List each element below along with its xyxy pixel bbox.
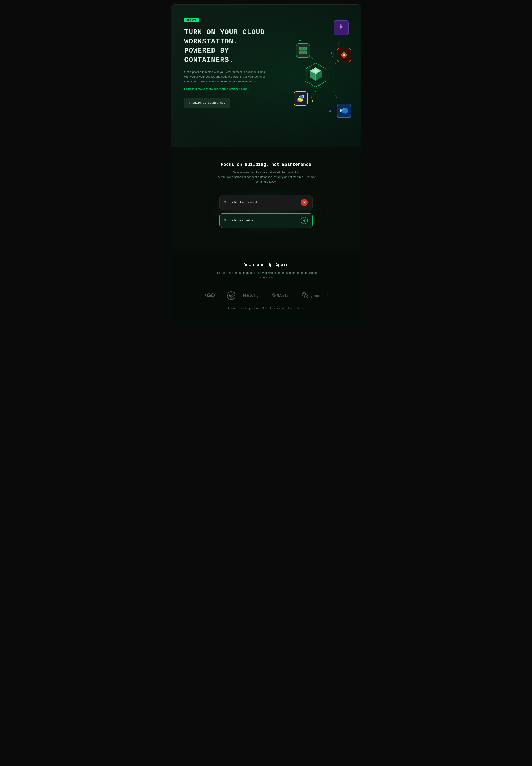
hero-command-text: build up ubuntu dev [192, 101, 225, 104]
svg-marker-45 [272, 294, 276, 297]
svg-point-49 [303, 293, 304, 294]
floating-icons-area: ε [272, 5, 361, 147]
focus-section: Focus on building, not maintenance Devel… [171, 147, 361, 249]
git-icon [337, 48, 351, 62]
cmd-up-dollar: $ [224, 219, 226, 222]
page-container: CREATE TURN ON YOUR CLOUD WORKSTATION. P… [171, 4, 361, 325]
svg-line-4 [330, 86, 341, 106]
down-up-section: Down and Up Again Build uses Docker, but… [171, 249, 361, 325]
svg-text:NEXT: NEXT [243, 293, 257, 298]
hero-description: Get a pristine machine with your environ… [184, 70, 268, 84]
cmd-down-dollar: $ [224, 201, 226, 204]
nextjs-logo: NEXT .js [243, 292, 263, 299]
svg-point-11 [345, 54, 347, 56]
svg-rect-8 [303, 51, 307, 54]
cmd-up-card: $ build up redis + [219, 213, 313, 228]
cmd-down-left: $ build down mysql [224, 201, 258, 204]
python-icon [294, 91, 308, 106]
down-up-subtitle: Build uses Docker, but manages it for yo… [213, 271, 319, 280]
dot-purple [340, 24, 342, 26]
dot-yellow [312, 100, 313, 102]
python-logo: python ™ [301, 292, 328, 299]
cmd-up-text: build up redis [228, 219, 254, 222]
svg-text:.js: .js [256, 295, 259, 298]
down-up-title: Down and Up Again [184, 263, 348, 268]
add-button[interactable]: + [301, 217, 308, 224]
cmd-up-left: $ build up redis [224, 219, 254, 222]
svg-rect-7 [299, 51, 303, 54]
svg-text:™: ™ [326, 294, 328, 296]
dot-blue [329, 110, 331, 112]
remove-button[interactable]: ✕ [301, 199, 308, 206]
dot-orange [331, 52, 332, 54]
cmd-down-text: build down mysql [228, 201, 257, 204]
tech-logos: GO R [184, 291, 348, 300]
rust-logo: R [227, 291, 236, 300]
svg-point-10 [343, 52, 345, 54]
focus-title: Focus on building, not maintenance [184, 162, 348, 167]
svg-text:GO: GO [207, 292, 215, 298]
hero-section: CREATE TURN ON YOUR CLOUD WORKSTATION. P… [171, 5, 361, 147]
create-badge: CREATE [184, 18, 199, 22]
tmux-icon [296, 43, 310, 58]
svg-point-47 [302, 292, 306, 296]
svg-text:python: python [308, 294, 320, 298]
3d-cube-icon [301, 61, 330, 90]
dot-green [299, 40, 301, 41]
vscode-icon [337, 104, 351, 118]
hero-command-box: $ build up ubuntu dev [184, 98, 230, 108]
cmd-down-card: $ build down mysql ✕ [219, 195, 313, 210]
command-dollar: $ [189, 101, 191, 104]
hero-title: TURN ON YOUR CLOUD WORKSTATION. POWERED … [184, 28, 273, 65]
svg-rect-6 [303, 47, 307, 50]
svg-rect-5 [299, 47, 303, 50]
svg-text:RAiLs: RAiLs [276, 293, 290, 298]
focus-subtitle: Development requires unconstrained disco… [213, 170, 319, 184]
svg-point-26 [299, 96, 300, 97]
tap-text: Tap into Docker repositories. Build play… [184, 307, 348, 310]
go-logo: GO [204, 292, 220, 299]
rails-logo: RAiLs [270, 292, 294, 299]
svg-point-50 [306, 296, 307, 297]
commands-display: $ build down mysql ✕ $ build up redis + [219, 195, 313, 228]
svg-point-27 [301, 100, 302, 101]
svg-point-48 [304, 295, 308, 298]
emacs-icon: ε [334, 20, 349, 35]
svg-text:R: R [230, 294, 232, 297]
